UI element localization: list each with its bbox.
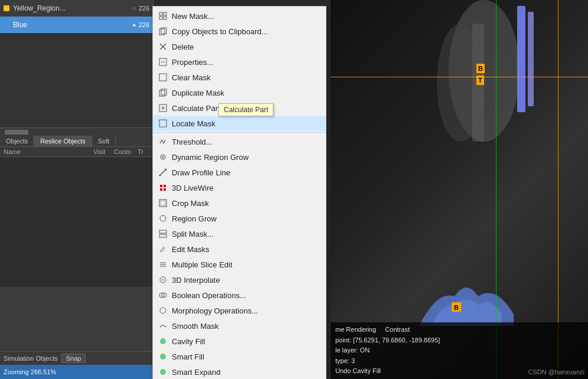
menu-item-dynamic-region-grow[interactable]: Dynamic Region Grow bbox=[153, 149, 326, 165]
menu-label: 3D Interpolate bbox=[172, 276, 319, 285]
menu-label: Multiple Slice Edit bbox=[172, 260, 319, 269]
svg-point-35 bbox=[162, 279, 164, 281]
menu-item-copy-objects[interactable]: Copy Objects to Clipboard... bbox=[153, 24, 326, 39]
context-menu: New Mask... Copy Objects to Clipboard...… bbox=[152, 6, 326, 379]
layer-num: 226 bbox=[139, 5, 149, 12]
tab-row: Objects Reslice Objects Soft bbox=[0, 136, 153, 147]
col-visit-header: Visit bbox=[93, 148, 114, 155]
layer-scroll-area bbox=[0, 33, 153, 128]
visibility-icon[interactable]: ● bbox=[132, 21, 136, 28]
calculate-part-icon bbox=[158, 103, 168, 113]
menu-label: Threshold... bbox=[172, 138, 319, 146]
svg-point-39 bbox=[160, 338, 166, 344]
svg-point-21 bbox=[165, 169, 167, 171]
menu-label: Region Grow bbox=[172, 214, 319, 223]
calculate-part-tooltip: Calculate Part bbox=[218, 103, 273, 116]
left-panel: Yellow_Region... ○ 226 Blue ● 226 Object… bbox=[0, 0, 153, 379]
menu-label: Cavity Fill bbox=[172, 337, 319, 346]
svg-rect-46 bbox=[528, 12, 534, 106]
menu-item-smooth-mask[interactable]: Smooth Mask bbox=[153, 318, 326, 334]
svg-line-19 bbox=[160, 169, 166, 175]
menu-item-threshold[interactable]: Threshold... bbox=[153, 134, 326, 149]
h-scrollbar[interactable] bbox=[0, 128, 153, 136]
menu-item-region-grow[interactable]: Region Grow bbox=[153, 211, 326, 226]
sim-objects-label: Simulation Objects bbox=[4, 355, 58, 362]
morphology-operations-icon bbox=[158, 305, 168, 316]
boolean-operations-icon bbox=[158, 290, 168, 300]
menu-label: Dynamic Region Grow bbox=[172, 153, 319, 162]
region-grow-icon bbox=[158, 213, 168, 224]
menu-item-edit-masks[interactable]: Edit Masks bbox=[153, 241, 326, 257]
menu-label: New Mask... bbox=[172, 12, 319, 21]
menu-item-delete[interactable]: Delete bbox=[153, 39, 326, 54]
visibility-icon[interactable]: ○ bbox=[132, 5, 136, 12]
menu-label: Copy Objects to Clipboard... bbox=[172, 27, 319, 36]
duplicate-mask-icon bbox=[158, 87, 168, 98]
split-mask-icon bbox=[158, 228, 168, 239]
undo-label: Undo Cavity Fill bbox=[335, 367, 381, 374]
cavity-fill-icon bbox=[158, 336, 168, 347]
menu-item-locate-mask[interactable]: Locate Mask bbox=[153, 116, 326, 131]
menu-label: Duplicate Mask bbox=[172, 89, 319, 97]
rendering-label: me Rendering Contrast bbox=[335, 326, 410, 333]
svg-rect-25 bbox=[164, 188, 166, 191]
layer-name: Yellow_Region... bbox=[13, 4, 132, 12]
tooltip-text: Calculate Part bbox=[224, 106, 268, 114]
menu-item-3d-livewire[interactable]: 3D LiveWire bbox=[153, 180, 326, 195]
menu-separator-1 bbox=[153, 132, 326, 133]
sim-objects-row: Simulation Objects Snap bbox=[0, 351, 153, 365]
tab-reslice-objects[interactable]: Reslice Objects bbox=[34, 136, 92, 146]
svg-rect-27 bbox=[161, 201, 165, 205]
snap-button[interactable]: Snap bbox=[61, 354, 86, 363]
marker-b-top: B bbox=[476, 64, 485, 73]
interpolate-icon bbox=[158, 275, 168, 285]
svg-rect-3 bbox=[164, 17, 166, 19]
menu-label: Draw Profile Line bbox=[172, 168, 319, 177]
h-crosshair-line bbox=[331, 77, 588, 77]
svg-rect-22 bbox=[160, 185, 162, 187]
smart-fill-icon bbox=[158, 351, 168, 362]
layer-name: Blue bbox=[13, 21, 132, 29]
menu-item-duplicate-mask[interactable]: Duplicate Mask bbox=[153, 85, 326, 100]
svg-rect-16 bbox=[159, 120, 166, 127]
menu-label: 3D LiveWire bbox=[172, 184, 319, 192]
menu-item-clear-mask[interactable]: Clear Mask bbox=[153, 70, 326, 85]
point-coords: point: [75.6291, 79.6860, -189.8695] bbox=[335, 336, 440, 344]
layer-label: le layer: ON bbox=[335, 347, 370, 354]
menu-item-split-mask[interactable]: Split Mask... bbox=[153, 226, 326, 241]
menu-item-smart-expand[interactable]: Smart Expand bbox=[153, 364, 326, 379]
svg-rect-1 bbox=[164, 12, 166, 15]
menu-label: Morphology Operations... bbox=[172, 306, 319, 315]
menu-item-properties[interactable]: Properties... bbox=[153, 54, 326, 70]
layer-item-blue[interactable]: Blue ● 226 bbox=[0, 17, 153, 33]
menu-item-draw-profile-line[interactable]: Draw Profile Line bbox=[153, 165, 326, 180]
multiple-slice-edit-icon bbox=[158, 259, 168, 270]
objects-table-area bbox=[0, 157, 153, 287]
status-bar: Zooming 266.51% bbox=[0, 365, 153, 379]
clear-mask-icon bbox=[158, 72, 168, 83]
column-headers: Name Visit Conto Tr bbox=[0, 147, 153, 157]
dynamic-region-grow-icon bbox=[158, 152, 168, 162]
tab-objects[interactable]: Objects bbox=[0, 136, 34, 146]
menu-item-3d-interpolate[interactable]: 3D Interpolate bbox=[153, 272, 326, 287]
menu-item-smart-fill[interactable]: Smart Fill bbox=[153, 349, 326, 364]
svg-text:B: B bbox=[454, 304, 459, 311]
col-conto-header: Conto bbox=[114, 148, 138, 155]
menu-label: Locate Mask bbox=[172, 119, 319, 128]
svg-rect-23 bbox=[164, 185, 166, 187]
layer-color-dot bbox=[4, 5, 9, 11]
smart-expand-icon bbox=[158, 367, 168, 377]
menu-item-crop-mask[interactable]: Crop Mask bbox=[153, 195, 326, 211]
svg-point-28 bbox=[160, 215, 166, 221]
tab-soft[interactable]: Soft bbox=[92, 136, 116, 146]
menu-label: Smart Expand bbox=[172, 368, 319, 377]
menu-item-morphology-operations[interactable]: Morphology Operations... bbox=[153, 303, 326, 318]
menu-item-boolean-operations[interactable]: Boolean Operations... bbox=[153, 287, 326, 303]
edit-masks-icon bbox=[158, 244, 168, 254]
menu-item-multiple-slice-edit[interactable]: Multiple Slice Edit bbox=[153, 257, 326, 272]
layer-item-yellow[interactable]: Yellow_Region... ○ 226 bbox=[0, 0, 153, 17]
menu-item-cavity-fill[interactable]: Cavity Fill bbox=[153, 334, 326, 349]
menu-item-new-mask[interactable]: New Mask... bbox=[153, 8, 326, 24]
svg-point-38 bbox=[160, 308, 166, 313]
svg-rect-0 bbox=[159, 12, 162, 15]
